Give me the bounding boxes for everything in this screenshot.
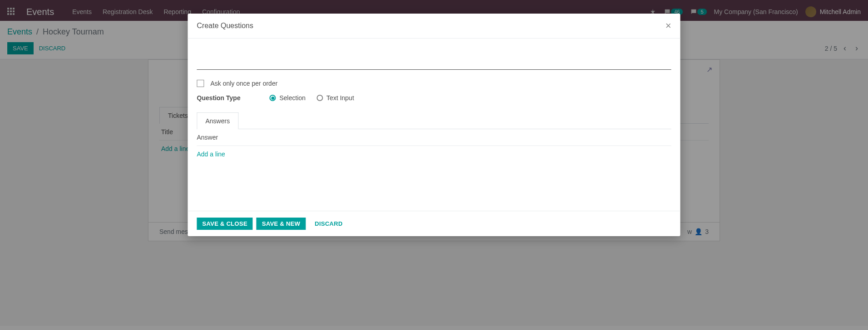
radio-selection[interactable]: Selection [270,94,306,102]
question-title-input[interactable] [197,48,671,70]
ask-once-label: Ask only once per order [211,80,278,87]
save-close-button[interactable]: SAVE & CLOSE [197,218,253,230]
save-new-button[interactable]: SAVE & NEW [256,218,306,230]
tab-answers[interactable]: Answers [197,112,239,129]
radio-selection-label: Selection [280,94,306,102]
radio-text-label: Text Input [326,94,354,102]
modal-discard-button[interactable]: DISCARD [309,218,348,230]
modal-title: Create Questions [197,22,254,30]
answers-add-line[interactable]: Add a line [197,146,671,162]
radio-circle-icon [316,95,323,101]
radio-text-input[interactable]: Text Input [316,94,354,102]
column-answer: Answer [197,129,671,146]
radio-circle-icon [270,95,276,101]
create-questions-modal: Create Questions × Ask only once per ord… [188,14,681,236]
modal-footer: SAVE & CLOSE SAVE & NEW DISCARD [188,211,681,236]
close-icon[interactable]: × [666,21,671,31]
ask-once-checkbox[interactable] [197,80,204,87]
modal-header: Create Questions × [188,14,681,39]
question-type-label: Question Type [197,94,270,102]
